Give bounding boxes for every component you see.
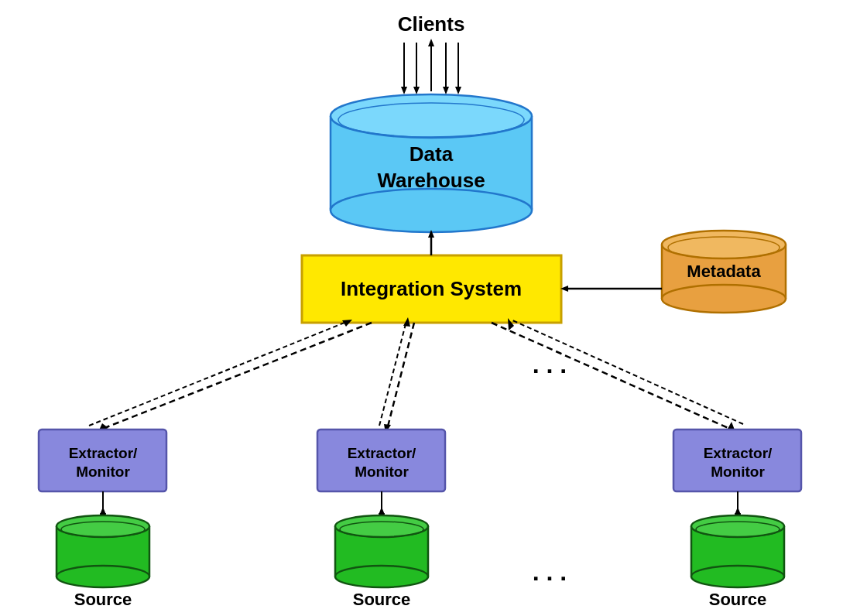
svg-text:Extractor/: Extractor/	[704, 445, 773, 461]
source-label-center: Source	[353, 590, 411, 609]
svg-marker-10	[413, 87, 420, 94]
svg-text:Extractor/: Extractor/	[69, 445, 138, 461]
svg-point-22	[662, 285, 786, 313]
architecture-diagram: Data Warehouse Clients Integration Syste…	[0, 0, 867, 616]
svg-text:Extractor/: Extractor/	[348, 445, 416, 461]
svg-line-29	[89, 321, 348, 426]
data-warehouse-label2: Warehouse	[377, 169, 485, 192]
integration-system-label: Integration System	[341, 277, 522, 300]
clients-label: Clients	[398, 12, 465, 36]
svg-point-72	[691, 566, 784, 587]
svg-point-60	[57, 566, 149, 587]
svg-line-35	[492, 323, 732, 429]
diagram-container: Data Warehouse Clients Integration Syste…	[0, 0, 867, 616]
svg-marker-48	[100, 507, 106, 515]
dots-top: · · ·	[533, 357, 567, 385]
svg-line-33	[379, 321, 406, 426]
svg-line-27	[101, 323, 372, 429]
dots-bottom: · · ·	[533, 564, 567, 592]
svg-text:Monitor: Monitor	[355, 464, 409, 480]
metadata-label: Metadata	[687, 262, 761, 281]
svg-marker-12	[428, 39, 434, 46]
svg-marker-56	[735, 507, 741, 515]
svg-text:Monitor: Monitor	[76, 464, 130, 480]
svg-line-31	[387, 323, 414, 429]
svg-marker-52	[379, 507, 385, 515]
source-label-left: Source	[74, 590, 132, 609]
source-label-right: Source	[709, 590, 767, 609]
svg-marker-14	[443, 87, 449, 94]
svg-point-4	[331, 189, 532, 232]
data-warehouse-label: Data	[410, 142, 454, 166]
svg-point-66	[335, 566, 428, 587]
svg-text:Monitor: Monitor	[711, 464, 765, 480]
svg-marker-16	[455, 87, 461, 94]
svg-marker-8	[401, 87, 407, 94]
